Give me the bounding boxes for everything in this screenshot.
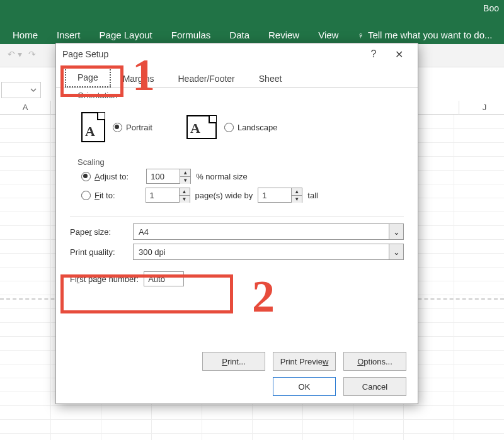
- chevron-down-icon: ⌄: [389, 224, 403, 239]
- page-setup-dialog: Page Setup ? ✕ Page Margins Header/Foote…: [55, 43, 418, 404]
- tab-page-layout[interactable]: Page Layout: [100, 30, 152, 40]
- app-title: Boo: [483, 3, 499, 13]
- portrait-label: Portrait: [126, 123, 152, 132]
- dialog-title: Page Setup: [62, 49, 108, 59]
- adjust-to-label: Adjust to:: [94, 172, 129, 181]
- fit-to-radio[interactable]: Fit to:: [81, 191, 115, 200]
- print-quality-select[interactable]: 300 dpi ⌄: [133, 244, 404, 260]
- help-button[interactable]: ?: [361, 48, 386, 60]
- tab-margins[interactable]: Margins: [111, 69, 166, 87]
- scaling-legend: Scaling: [75, 157, 107, 167]
- fit-width-input[interactable]: 1 ▲▼: [146, 188, 190, 203]
- ok-button[interactable]: OK: [273, 377, 336, 396]
- ribbon-tabs: Home Insert Page Layout Formulas Data Re…: [13, 30, 504, 40]
- undo-icon[interactable]: ↶ ▾: [8, 49, 22, 59]
- adjust-percent-value: 100: [147, 172, 180, 181]
- adjust-suffix: % normal size: [196, 172, 248, 181]
- tab-view[interactable]: View: [318, 30, 338, 40]
- chevron-down-icon: ⌄: [389, 244, 403, 259]
- print-preview-button[interactable]: Print Preview: [273, 352, 336, 371]
- paper-size-select[interactable]: A4 ⌄: [133, 223, 404, 240]
- ribbon: Boo Home Insert Page Layout Formulas Dat…: [0, 0, 504, 44]
- close-button[interactable]: ✕: [386, 48, 411, 60]
- adjust-percent-input[interactable]: 100 ▲▼: [146, 169, 191, 184]
- chevron-up-icon[interactable]: ▲: [180, 188, 190, 196]
- options-button[interactable]: Options...: [343, 352, 406, 371]
- chevron-up-icon[interactable]: ▲: [292, 188, 302, 196]
- col-a[interactable]: A: [0, 101, 51, 115]
- landscape-page-icon: A: [186, 115, 217, 139]
- tab-header-footer[interactable]: Header/Footer: [166, 69, 247, 87]
- landscape-label: Landscape: [238, 123, 278, 132]
- portrait-radio[interactable]: Portrait: [113, 123, 152, 132]
- tab-home[interactable]: Home: [13, 30, 38, 40]
- lightbulb-icon: ♀: [357, 30, 364, 40]
- orientation-group: Orientation A Portrait A Landscape: [70, 97, 404, 155]
- fit-height-value: 1: [258, 191, 291, 200]
- cancel-button[interactable]: Cancel: [343, 377, 406, 396]
- tell-me-search[interactable]: ♀ Tell me what you want to do...: [357, 30, 492, 40]
- print-quality-value: 300 dpi: [134, 247, 389, 257]
- print-button[interactable]: Print...: [202, 352, 265, 371]
- orientation-legend: Orientation: [75, 91, 120, 100]
- first-page-value: Auto: [148, 274, 165, 284]
- chevron-up-icon[interactable]: ▲: [180, 169, 190, 177]
- fit-mid-label: page(s) wide by: [195, 191, 253, 200]
- tab-sheet[interactable]: Sheet: [247, 69, 294, 87]
- fit-tail-label: tall: [307, 191, 318, 200]
- tab-review[interactable]: Review: [268, 30, 299, 40]
- paper-size-value: A4: [134, 227, 389, 237]
- tab-page[interactable]: Page: [65, 67, 111, 87]
- scaling-group: Scaling Adjust to: 100 ▲▼ % normal size …: [70, 161, 404, 210]
- chevron-down-icon[interactable]: ▼: [180, 177, 190, 184]
- tab-formulas[interactable]: Formulas: [171, 30, 211, 40]
- adjust-to-radio[interactable]: Adjust to:: [81, 172, 129, 181]
- chevron-down-icon: [30, 87, 37, 93]
- paper-size-label: Paper size:: [70, 227, 128, 237]
- fit-height-input[interactable]: 1 ▲▼: [258, 188, 302, 203]
- name-box[interactable]: [1, 82, 41, 98]
- print-quality-label: Print quality:: [70, 247, 128, 257]
- chevron-down-icon[interactable]: ▼: [292, 196, 302, 203]
- tell-me-label: Tell me what you want to do...: [368, 30, 493, 40]
- landscape-radio[interactable]: Landscape: [224, 123, 278, 132]
- first-page-label: First page number:: [70, 274, 139, 284]
- portrait-page-icon: A: [81, 112, 105, 142]
- chevron-down-icon[interactable]: ▼: [180, 196, 190, 203]
- tab-data[interactable]: Data: [229, 30, 249, 40]
- tab-insert[interactable]: Insert: [57, 30, 81, 40]
- fit-width-value: 1: [146, 191, 179, 200]
- first-page-input[interactable]: Auto: [144, 271, 184, 286]
- col-j[interactable]: J: [459, 101, 504, 115]
- dialog-content: Orientation A Portrait A Landscape Scali…: [56, 88, 418, 296]
- dialog-tabs: Page Margins Header/Footer Sheet: [56, 67, 418, 88]
- dialog-titlebar: Page Setup ? ✕: [56, 43, 418, 65]
- fit-to-label: Fit to:: [94, 191, 115, 200]
- redo-icon[interactable]: ↷: [28, 49, 36, 59]
